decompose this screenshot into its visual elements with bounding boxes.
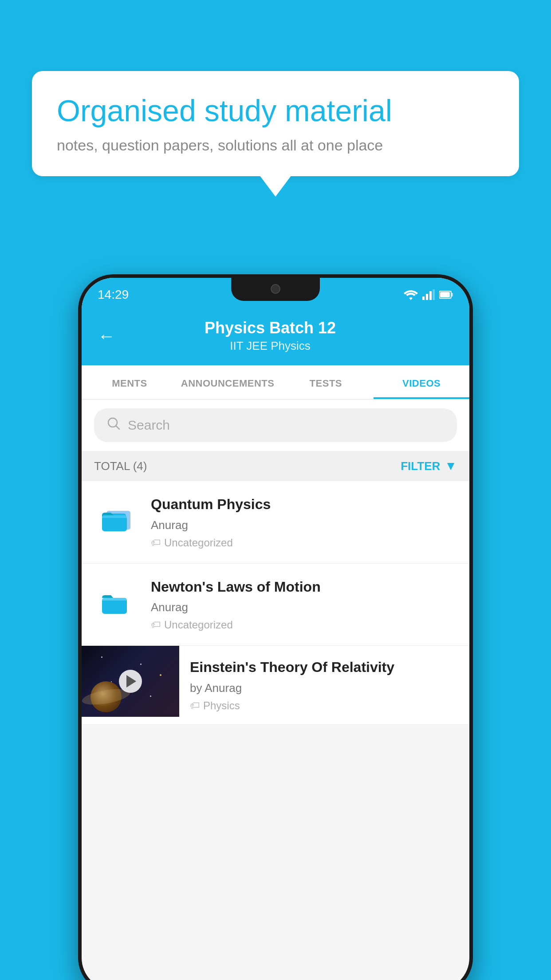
app-header: ← Physics Batch 12 IIT JEE Physics xyxy=(82,308,469,365)
video-author: Anurag xyxy=(151,518,457,532)
tab-assignments[interactable]: MENTS xyxy=(82,365,177,399)
filter-button[interactable]: FILTER ▼ xyxy=(401,459,457,473)
list-item[interactable]: Newton's Laws of Motion Anurag 🏷 Uncateg… xyxy=(82,564,469,646)
tag-icon: 🏷 xyxy=(151,619,161,631)
front-camera xyxy=(271,284,280,294)
folder-icon-wrap xyxy=(94,578,138,622)
batch-subtitle: IIT JEE Physics xyxy=(126,339,414,353)
back-button[interactable]: ← xyxy=(98,327,115,345)
video-list: Quantum Physics Anurag 🏷 Uncategorized xyxy=(82,481,469,725)
video-info: Newton's Laws of Motion Anurag 🏷 Uncateg… xyxy=(151,578,457,632)
svg-rect-2 xyxy=(429,291,432,300)
svg-rect-5 xyxy=(451,293,453,296)
bubble-title: Organised study material xyxy=(57,93,494,128)
tag-label: Uncategorized xyxy=(164,537,233,549)
header-title-group: Physics Batch 12 IIT JEE Physics xyxy=(126,319,414,353)
video-title: Newton's Laws of Motion xyxy=(151,578,457,597)
phone-notch xyxy=(231,278,320,301)
status-icons xyxy=(404,289,453,300)
tag-label: Physics xyxy=(203,699,240,712)
list-item[interactable]: Quantum Physics Anurag 🏷 Uncategorized xyxy=(82,481,469,564)
tag-icon: 🏷 xyxy=(151,537,161,549)
signal-icon xyxy=(422,289,435,300)
tab-tests[interactable]: TESTS xyxy=(278,365,374,399)
filter-label: FILTER xyxy=(401,459,440,473)
svg-rect-3 xyxy=(433,289,435,300)
wifi-icon xyxy=(404,289,418,300)
svg-rect-1 xyxy=(426,294,428,300)
svg-line-8 xyxy=(116,426,119,429)
speech-bubble-card: Organised study material notes, question… xyxy=(32,71,519,176)
search-placeholder: Search xyxy=(128,418,170,433)
tag-label: Uncategorized xyxy=(164,619,233,631)
play-button[interactable] xyxy=(119,670,142,693)
battery-icon xyxy=(439,290,453,300)
video-thumbnail xyxy=(82,646,179,717)
video-title: Einstein's Theory Of Relativity xyxy=(190,658,459,677)
video-info: Quantum Physics Anurag 🏷 Uncategorized xyxy=(151,495,457,549)
search-box[interactable]: Search xyxy=(94,408,457,442)
tabs-bar: MENTS ANNOUNCEMENTS TESTS VIDEOS xyxy=(82,365,469,399)
phone-frame: 14:29 xyxy=(78,274,473,980)
status-time: 14:29 xyxy=(98,288,129,302)
folder-icon-wrap xyxy=(94,495,138,540)
list-item[interactable]: Einstein's Theory Of Relativity by Anura… xyxy=(82,646,469,725)
tab-announcements[interactable]: ANNOUNCEMENTS xyxy=(177,365,278,399)
svg-rect-6 xyxy=(440,292,450,297)
video-info: Einstein's Theory Of Relativity by Anura… xyxy=(179,646,469,724)
video-tag: 🏷 Uncategorized xyxy=(151,537,457,549)
tag-icon: 🏷 xyxy=(190,700,200,711)
total-count: TOTAL (4) xyxy=(94,459,147,473)
tab-videos[interactable]: VIDEOS xyxy=(374,365,469,399)
folder-icon xyxy=(98,582,134,618)
video-tag: 🏷 Uncategorized xyxy=(151,619,457,631)
video-author: by Anurag xyxy=(190,681,459,695)
filter-bar: TOTAL (4) FILTER ▼ xyxy=(82,451,469,481)
filter-icon: ▼ xyxy=(445,459,457,473)
video-title: Quantum Physics xyxy=(151,495,457,514)
batch-title: Physics Batch 12 xyxy=(126,319,414,337)
video-author: Anurag xyxy=(151,601,457,614)
bubble-subtitle: notes, question papers, solutions all at… xyxy=(57,137,494,154)
search-icon xyxy=(106,416,121,434)
search-container: Search xyxy=(82,399,469,451)
folder-icon xyxy=(98,500,134,535)
svg-rect-0 xyxy=(422,296,425,300)
video-tag: 🏷 Physics xyxy=(190,699,459,712)
phone-screen: 14:29 xyxy=(82,278,469,980)
play-triangle-icon xyxy=(126,675,136,688)
